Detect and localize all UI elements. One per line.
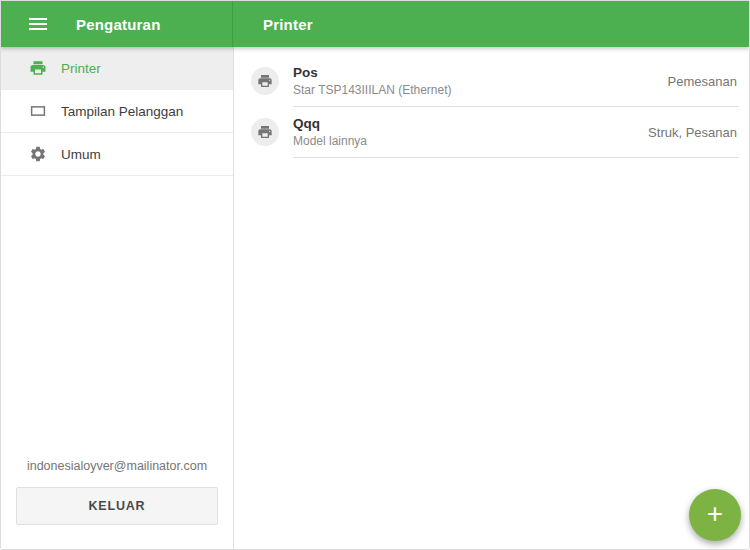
printer-assignments: Pemesanan	[668, 74, 737, 89]
sidebar-item-umum[interactable]: Umum	[1, 133, 233, 176]
sidebar-item-label: Umum	[61, 147, 101, 162]
app-bar: Pengaturan Printer	[1, 1, 749, 47]
sidebar-item-printer[interactable]: Printer	[1, 47, 233, 90]
sidebar: Printer Tampilan Pelanggan	[1, 47, 234, 549]
plus-icon: +	[707, 500, 723, 528]
logout-button[interactable]: KELUAR	[16, 487, 218, 525]
hamburger-icon[interactable]	[29, 18, 47, 30]
printer-info: Qqq Model lainnya	[293, 116, 367, 149]
add-printer-button[interactable]: +	[689, 489, 741, 541]
section-title: Printer	[263, 16, 313, 33]
content-area: Printer Tampilan Pelanggan	[1, 47, 749, 549]
sidebar-item-label: Tampilan Pelanggan	[61, 104, 183, 119]
printer-icon	[29, 59, 47, 77]
sidebar-item-label: Printer	[61, 61, 101, 76]
settings-window: Pengaturan Printer Printer	[0, 0, 750, 550]
sidebar-nav: Printer Tampilan Pelanggan	[1, 47, 233, 176]
printer-assignments: Struk, Pesanan	[648, 125, 737, 140]
sidebar-footer: indonesialoyver@mailinator.com KELUAR	[1, 459, 233, 549]
printer-info: Pos Star TSP143IIILAN (Ethernet)	[293, 65, 452, 98]
app-bar-left: Pengaturan	[1, 1, 233, 47]
sidebar-item-tampilan-pelanggan[interactable]: Tampilan Pelanggan	[1, 90, 233, 133]
divider	[293, 157, 739, 158]
gear-icon	[29, 145, 47, 163]
printer-list-item-qqq[interactable]: Qqq Model lainnya Struk, Pesanan	[234, 107, 749, 157]
avatar	[251, 67, 279, 95]
printer-name: Qqq	[293, 116, 367, 132]
printer-model: Star TSP143IIILAN (Ethernet)	[293, 83, 452, 97]
app-bar-right: Printer	[233, 1, 749, 47]
avatar	[251, 118, 279, 146]
printer-model: Model lainnya	[293, 134, 367, 148]
account-email: indonesialoyver@mailinator.com	[16, 459, 218, 473]
printer-name: Pos	[293, 65, 452, 81]
customer-display-icon	[29, 102, 47, 120]
printer-list-item-pos[interactable]: Pos Star TSP143IIILAN (Ethernet) Pemesan…	[234, 56, 749, 106]
printer-list: Pos Star TSP143IIILAN (Ethernet) Pemesan…	[234, 47, 749, 549]
page-title: Pengaturan	[76, 16, 161, 33]
printer-icon	[257, 124, 273, 140]
printer-icon	[257, 73, 273, 89]
